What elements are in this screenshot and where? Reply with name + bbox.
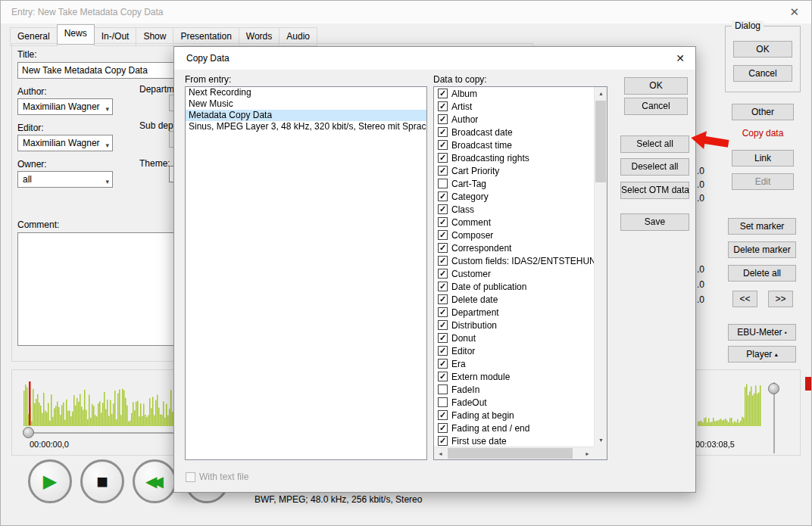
deselect-all-button[interactable]: Deselect all (620, 158, 689, 176)
data-to-copy-item[interactable]: ✓Extern module (434, 370, 594, 383)
copy-data-title: Copy Data (186, 53, 230, 64)
data-to-copy-item[interactable]: ✓Distribution (434, 319, 594, 331)
owner-dropdown[interactable]: all ▾ (17, 171, 113, 188)
data-to-copy-item[interactable]: ✓Date of publication (434, 280, 594, 293)
scroll-right-icon[interactable]: ► (581, 447, 594, 460)
data-to-copy-item-label: Extern module (451, 372, 510, 382)
window-close-icon[interactable]: ✕ (789, 5, 799, 19)
data-to-copy-item-label: Customer (451, 269, 491, 279)
data-to-copy-item[interactable]: ✓Correspondent (434, 241, 594, 254)
scroll-up-icon[interactable]: ▲ (595, 87, 607, 100)
data-to-copy-item[interactable]: ✓Broadcast time (434, 139, 594, 151)
dialog-cancel-button[interactable]: Cancel (733, 65, 792, 82)
play-icon: ▶ (43, 471, 57, 492)
copy-data-close-icon[interactable]: ✕ (676, 52, 685, 64)
data-to-copy-item[interactable]: ✓Custom fields: IDAS2/ENTSTEHUNGSA (434, 254, 594, 267)
data-to-copy-item-label: Custom fields: IDAS2/ENTSTEHUNGSA (451, 256, 594, 266)
data-to-copy-item[interactable]: ✓Artist (434, 100, 594, 113)
stop-icon: ■ (96, 470, 108, 493)
data-to-copy-item[interactable]: ✓Category (434, 190, 594, 203)
checkbox-icon (438, 384, 448, 394)
entry-window: Entry: New Take Metadata Copy Data ✕ Gen… (0, 0, 812, 526)
title-label: Title: (17, 49, 37, 60)
data-to-copy-viewport: ✓Album✓Artist✓Author✓Broadcast date✓Broa… (434, 87, 594, 447)
value-fragment: .0 (697, 279, 704, 290)
player-button[interactable]: Player ▴ (728, 346, 796, 363)
data-to-copy-item[interactable]: ✓Broadcasting rights (434, 151, 594, 164)
value-fragment: .0 (697, 193, 704, 204)
data-to-copy-item[interactable]: ✓Class (434, 203, 594, 216)
checkbox-icon: ✓ (438, 204, 448, 214)
data-to-copy-item[interactable]: FadeIn (434, 383, 594, 396)
data-to-copy-item[interactable]: ✓Department (434, 306, 594, 319)
data-to-copy-item[interactable]: ✓Cart Priority (434, 164, 594, 177)
other-button[interactable]: Other (732, 104, 794, 120)
data-to-copy-item[interactable]: ✓Fading at begin (434, 409, 594, 422)
dialog-group-title: Dialog (732, 20, 764, 31)
data-to-copy-item-label: Donut (451, 333, 476, 344)
delete-all-button[interactable]: Delete all (728, 265, 796, 282)
data-to-copy-item[interactable]: ✓First use date (434, 434, 594, 447)
from-entry-label: From entry: (185, 74, 231, 85)
data-to-copy-item-label: Author (451, 114, 478, 125)
from-entry-item[interactable]: Sinus, MPEG Layer 3, 48 kHz, 320 kbit/s,… (186, 121, 426, 132)
next-button[interactable]: >> (768, 291, 793, 307)
select-otm-data-button[interactable]: Select OTM data (620, 182, 689, 199)
player-up-icon: ▴ (775, 351, 778, 358)
stop-button[interactable]: ■ (80, 459, 124, 503)
data-to-copy-item[interactable]: ✓Delete date (434, 293, 594, 306)
author-dropdown[interactable]: Maximilian Wagner ▾ (17, 98, 113, 115)
checkbox-icon: ✓ (438, 307, 448, 317)
from-entry-list[interactable]: Next RecordingNew MusicMetadata Copy Dat… (185, 86, 427, 460)
data-to-copy-list[interactable]: ✓Album✓Artist✓Author✓Broadcast date✓Broa… (433, 86, 607, 460)
window-title: Entry: New Take Metadata Copy Data (11, 7, 164, 17)
copy-data-button[interactable]: Copy data (732, 128, 794, 139)
elapsed-time: 00:00:00,0 (30, 440, 69, 449)
horizontal-scrollbar[interactable]: ◄ ► (434, 447, 594, 459)
horizontal-scrollbar-thumb[interactable] (448, 448, 573, 459)
previous-button[interactable]: << (732, 291, 757, 307)
data-to-copy-item[interactable]: ✓Album (434, 87, 594, 100)
checkbox-icon: ✓ (438, 153, 448, 163)
play-button[interactable]: ▶ (28, 459, 72, 503)
set-marker-button[interactable]: Set marker (728, 218, 796, 235)
data-to-copy-item[interactable]: ✓Era (434, 357, 594, 370)
from-entry-item[interactable]: New Music (186, 98, 426, 110)
data-to-copy-item[interactable]: Cart-Tag (434, 177, 594, 190)
ok-button[interactable]: OK (624, 77, 688, 95)
data-to-copy-item-label: FadeOut (451, 397, 487, 408)
player-label: Player (746, 349, 772, 359)
data-to-copy-item[interactable]: FadeOut (434, 396, 594, 409)
delete-marker-button[interactable]: Delete marker (728, 241, 796, 258)
save-button[interactable]: Save (620, 213, 689, 231)
checkbox-icon: ✓ (438, 140, 448, 150)
data-to-copy-item[interactable]: ✓Customer (434, 267, 594, 280)
dialog-group: Dialog (725, 26, 801, 92)
data-to-copy-item[interactable]: ✓Editor (434, 344, 594, 357)
volume-slider-thumb[interactable] (768, 383, 779, 394)
total-time: 00:03:08,5 (695, 440, 735, 449)
tab-news[interactable]: News (57, 24, 95, 45)
checkbox-icon (438, 179, 448, 188)
rewind-button[interactable]: ◀◀ (133, 459, 176, 503)
position-slider-thumb[interactable] (23, 427, 34, 438)
data-to-copy-item[interactable]: ✓Comment (434, 216, 594, 229)
scroll-down-icon[interactable]: ▼ (595, 434, 607, 447)
ebu-meter-button[interactable]: EBU-Meter ▪ (728, 324, 796, 341)
vertical-scrollbar-thumb[interactable] (595, 101, 606, 182)
data-to-copy-item[interactable]: ✓Fading at end / end (434, 422, 594, 434)
editor-dropdown[interactable]: Maximilian Wagner ▾ (17, 135, 113, 151)
data-to-copy-item[interactable]: ✓Donut (434, 331, 594, 344)
scroll-left-icon[interactable]: ◄ (434, 447, 447, 460)
vertical-scrollbar[interactable]: ▲ ▼ (594, 87, 607, 447)
from-entry-item[interactable]: Next Recording (186, 87, 426, 98)
select-all-button[interactable]: Select all (620, 135, 689, 153)
from-entry-item[interactable]: Metadata Copy Data (186, 110, 426, 121)
data-to-copy-item-label: Composer (451, 230, 493, 241)
data-to-copy-item[interactable]: ✓Author (434, 113, 594, 126)
dialog-ok-button[interactable]: OK (733, 41, 792, 58)
cancel-button[interactable]: Cancel (624, 98, 688, 115)
link-button[interactable]: Link (732, 150, 794, 167)
data-to-copy-item[interactable]: ✓Composer (434, 229, 594, 241)
data-to-copy-item[interactable]: ✓Broadcast date (434, 126, 594, 139)
